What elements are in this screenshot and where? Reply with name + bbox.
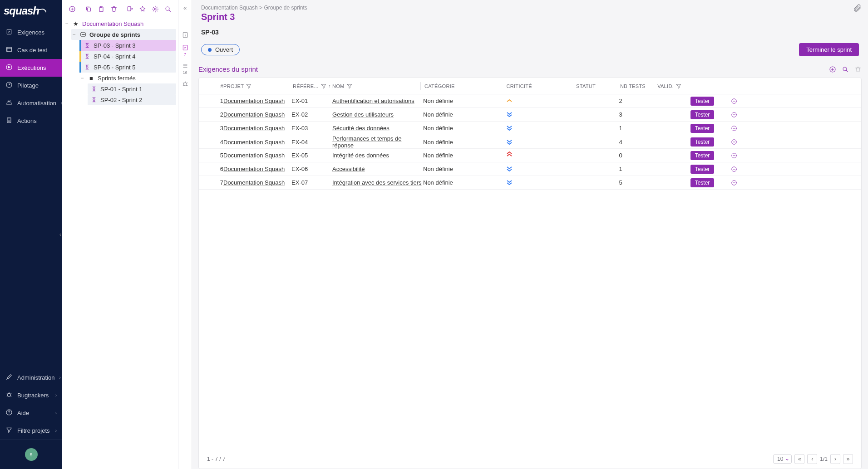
remove-row-icon[interactable] [723, 139, 745, 145]
collapse-icon[interactable]: − [71, 32, 77, 37]
cell-project[interactable]: Documentation Squash [223, 179, 285, 186]
sort-asc-icon[interactable]: ↑ [329, 83, 331, 88]
nav-item-play[interactable]: Exécutions [0, 59, 62, 77]
issues-tab[interactable] [182, 80, 189, 88]
breadcrumb-item[interactable]: Documentation Squash [201, 5, 258, 11]
table-row[interactable]: 6Documentation SquashEX-06AccessibilitéN… [199, 162, 861, 176]
col-project[interactable]: PROJET [223, 83, 291, 89]
collapse-icon[interactable]: − [64, 21, 69, 26]
delete-requirement-icon[interactable] [854, 66, 862, 73]
status-pill[interactable]: Ouvert [201, 44, 240, 55]
page-first-icon[interactable]: « [794, 454, 804, 464]
tester-button[interactable]: Tester [690, 165, 715, 174]
paste-icon[interactable] [96, 4, 107, 15]
tree-sprint[interactable]: SP-05 - Sprint 5 [79, 62, 176, 73]
nav-item-filter[interactable]: Filtre projets› [0, 422, 62, 440]
nav-item-gauge[interactable]: Pilotage [0, 77, 62, 94]
cell-project[interactable]: Documentation Squash [223, 152, 285, 159]
table-row[interactable]: 4Documentation SquashEX-04Performances e… [199, 135, 861, 149]
nav-item-robot[interactable]: Automatisation› [0, 94, 62, 112]
table-row[interactable]: 2Documentation SquashEX-02Gestion des ut… [199, 108, 861, 122]
col-ref[interactable]: RÉFÉRE...↑ [291, 82, 332, 90]
collapse-icon[interactable]: − [79, 75, 85, 81]
page-last-icon[interactable]: » [843, 454, 853, 464]
logo[interactable]: squash [0, 0, 62, 24]
info-tab[interactable] [182, 31, 189, 39]
tester-button[interactable]: Tester [690, 178, 715, 187]
filter-icon[interactable] [246, 83, 252, 89]
tester-button[interactable]: Tester [690, 97, 715, 106]
tree-sprint[interactable]: SP-04 - Sprint 4 [79, 51, 176, 62]
add-requirement-icon[interactable] [829, 66, 836, 73]
plan-tab[interactable]: 16 [182, 62, 189, 75]
search-requirement-icon[interactable] [842, 66, 849, 73]
col-stat[interactable]: STATUT [532, 83, 596, 89]
tester-button[interactable]: Tester [690, 151, 715, 160]
cell-project[interactable]: Documentation Squash [223, 125, 285, 132]
cell-name[interactable]: Intégration avec des services tiers [332, 179, 422, 186]
export-icon[interactable] [124, 4, 135, 15]
remove-row-icon[interactable] [723, 98, 745, 104]
panel-collapse-icon[interactable]: « [183, 5, 187, 11]
col-crit[interactable]: CRITICITÉ [487, 83, 532, 89]
cell-name[interactable]: Accessibilité [332, 166, 365, 172]
nav-item-requirements[interactable]: Exigences [0, 24, 62, 41]
remove-row-icon[interactable] [723, 166, 745, 172]
page-size-select[interactable]: 10 [773, 454, 792, 464]
tree-root[interactable]: − ★ Documentation Squash [64, 18, 176, 29]
tester-button[interactable]: Tester [690, 110, 715, 119]
tree-sprint[interactable]: SP-02 - Sprint 2 [88, 94, 176, 105]
cell-name[interactable]: Gestion des utilisateurs [332, 111, 394, 118]
cell-project[interactable]: Documentation Squash [223, 139, 285, 146]
nav-item-help[interactable]: Aide› [0, 404, 62, 422]
cell-name[interactable]: Sécurité des données [332, 125, 390, 132]
nav-item-building[interactable]: Actions [0, 112, 62, 130]
requirements-tab[interactable]: 7 [182, 44, 189, 57]
col-nbtests[interactable]: NB TESTS [596, 83, 646, 89]
table-row[interactable]: 3Documentation SquashEX-03Sécurité des d… [199, 122, 861, 135]
cell-project[interactable]: Documentation Squash [223, 111, 285, 118]
tester-button[interactable]: Tester [690, 137, 715, 147]
tester-button[interactable]: Tester [690, 124, 715, 133]
remove-row-icon[interactable] [723, 152, 745, 159]
page-prev-icon[interactable]: ‹ [807, 454, 817, 464]
nav-item-testcase[interactable]: Cas de test [0, 41, 62, 59]
gear-icon[interactable] [150, 4, 161, 15]
filter-icon[interactable] [321, 83, 327, 89]
copy-icon[interactable] [83, 4, 94, 15]
attachment-icon[interactable] [853, 4, 862, 14]
avatar[interactable]: s [25, 448, 38, 461]
col-cat[interactable]: CATÉGORIE [423, 82, 487, 90]
col-name[interactable]: NOM [332, 83, 423, 89]
nav-item-wrench[interactable]: Administration› [0, 369, 62, 386]
finish-sprint-button[interactable]: Terminer le sprint [799, 43, 859, 56]
cell-name[interactable]: Authentification et autorisations [332, 98, 414, 104]
filter-icon[interactable] [346, 83, 353, 89]
tree-group[interactable]: − Groupe de sprints [71, 29, 176, 40]
table-row[interactable]: 1Documentation SquashEX-01Authentificati… [199, 94, 861, 108]
col-num[interactable]: # [203, 83, 223, 89]
table-row[interactable]: 7Documentation SquashEX-07Intégration av… [199, 176, 861, 190]
table-row[interactable]: 5Documentation SquashEX-05Intégrité des … [199, 149, 861, 162]
cell-project[interactable]: Documentation Squash [223, 166, 285, 172]
remove-row-icon[interactable] [723, 125, 745, 132]
col-valid[interactable]: VALID. [646, 83, 682, 89]
filter-icon[interactable] [676, 83, 682, 89]
breadcrumb-item[interactable]: Groupe de sprints [264, 5, 307, 11]
tree-sprint[interactable]: SP-03 - Sprint 3 [79, 40, 176, 51]
tree-closed-folder[interactable]: − ■ Sprints fermés [79, 73, 176, 83]
page-next-icon[interactable]: › [830, 454, 840, 464]
nav-item-bug[interactable]: Bugtrackers› [0, 386, 62, 404]
delete-icon[interactable] [108, 4, 119, 15]
cell-name[interactable]: Intégrité des données [332, 152, 389, 159]
cell-name[interactable]: Performances et temps de réponse [332, 135, 401, 149]
nav-collapse-icon[interactable]: ‹ [59, 231, 61, 238]
tree-sprint[interactable]: SP-01 - Sprint 1 [88, 83, 176, 94]
remove-row-icon[interactable] [723, 112, 745, 118]
cell-num: 2 [203, 111, 223, 118]
cell-project[interactable]: Documentation Squash [223, 98, 285, 104]
add-icon[interactable] [67, 4, 78, 15]
star-icon[interactable] [137, 4, 148, 15]
search-icon[interactable] [163, 4, 173, 15]
remove-row-icon[interactable] [723, 180, 745, 186]
